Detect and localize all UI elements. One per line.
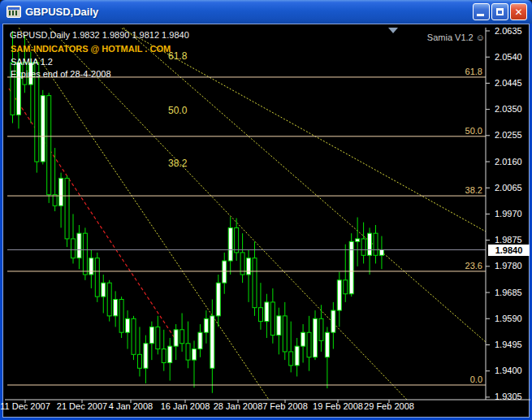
price-axis-label: 2.0160: [495, 157, 522, 167]
price-axis-label: 2.0065: [495, 183, 522, 193]
fib-fan-label: 61.8: [168, 50, 187, 62]
price-axis-label: 1.9970: [495, 209, 522, 219]
date-axis-label: 4 Jan 2008: [109, 401, 153, 411]
date-axis-label: 21 Dec 2007: [57, 401, 107, 411]
maximize-button[interactable]: [491, 3, 508, 20]
price-axis-label: 1.9875: [495, 235, 522, 245]
price-axis-label: 1.9400: [495, 366, 522, 375]
date-axis-label: 11 Dec 2007: [0, 401, 50, 411]
chart-canvas[interactable]: GBPUSD,Daily 1.9832 1.9890 1.9812 1.9840…: [2, 24, 530, 418]
date-axis-label: 19 Feb 2008: [313, 401, 363, 411]
fib-level-label: 61.8: [465, 67, 482, 76]
fib-level-label: 23.6: [465, 261, 482, 271]
price-axis-label: 2.0255: [495, 130, 522, 140]
price-axis-label: 2.0540: [495, 52, 522, 62]
maximize-icon: [496, 8, 504, 15]
minimize-icon: [477, 14, 484, 16]
price-axis-label: 1.9495: [495, 340, 522, 349]
price-axis-label: 2.0350: [495, 104, 522, 114]
title-bar[interactable]: GBPUSD,Daily ✕: [0, 0, 532, 24]
fib-fan-label: 38.2: [168, 158, 187, 169]
date-axis-label: 28 Jan 2008: [214, 401, 263, 411]
date-axis-label: 7 Feb 2008: [262, 401, 308, 411]
fib-level-label: 38.2: [465, 185, 482, 195]
fib-level-label: 0.0: [470, 375, 482, 384]
date-axis-label: 29 Feb 2008: [364, 401, 414, 411]
metatrader-chart-window: GBPUSD,Daily ✕ GBPUSD,Daily 1.9832 1.989…: [0, 0, 532, 420]
current-price-box: 1.9840: [488, 245, 530, 256]
candlestick-plot: [3, 24, 530, 418]
price-axis-label: 1.9780: [495, 261, 522, 271]
indicator-text-line3: Expires end of 28-4-2008: [11, 69, 111, 79]
price-axis-label: 1.9590: [495, 314, 522, 323]
fib-fan-label: 50.0: [168, 105, 187, 116]
quote-header: GBPUSD,Daily 1.9832 1.9890 1.9812 1.9840: [10, 30, 189, 40]
indicator-text-line1: SAM-INDICATORS @ HOTMAIL . COM: [11, 44, 171, 54]
chart-window-icon: [6, 6, 21, 18]
date-axis-label: 16 Jan 2008: [161, 401, 210, 411]
price-axis-label: 2.0445: [495, 78, 522, 88]
price-axis-label: 1.9685: [495, 288, 522, 297]
window-title: GBPUSD,Daily: [25, 6, 473, 18]
indicator-text-line2: SAMIA 1.2: [11, 57, 53, 67]
close-icon: ✕: [514, 7, 522, 17]
minimize-button[interactable]: [473, 3, 490, 20]
fib-level-label: 50.0: [465, 126, 482, 136]
price-axis-label: 2.0635: [495, 26, 522, 36]
close-button[interactable]: ✕: [510, 3, 527, 20]
indicator-watermark: Samia V1.2 ☺: [427, 32, 485, 42]
price-axis-label: 1.9305: [495, 392, 522, 401]
